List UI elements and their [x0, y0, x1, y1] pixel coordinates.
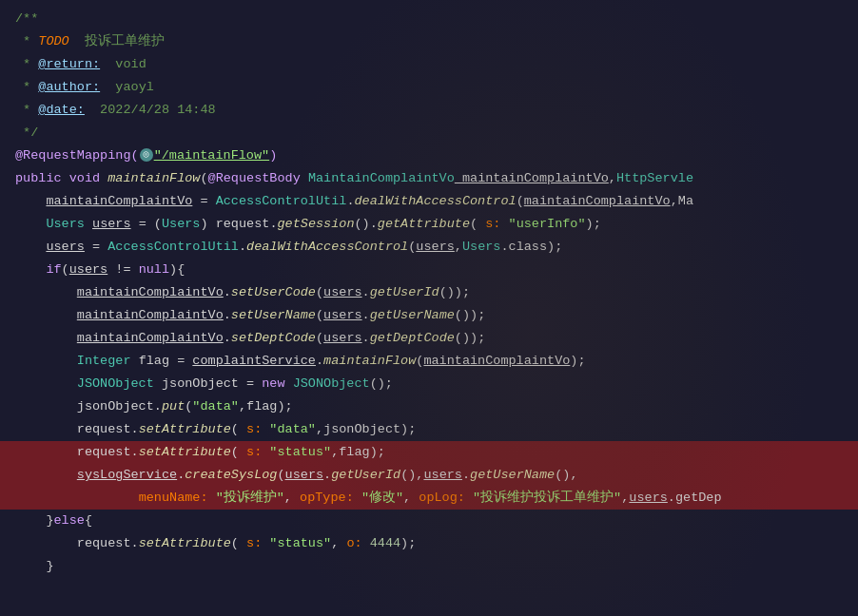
code-line-12: if(users != null){: [0, 259, 858, 281]
code-text: new: [262, 374, 292, 395]
code-text: .: [362, 282, 370, 303]
code-text: (: [416, 351, 423, 372]
code-text: Integer: [77, 351, 131, 372]
code-text: yaoyl: [100, 77, 154, 98]
code-text: [354, 488, 361, 509]
code-line-7: @RequestMapping(◎"/maintainFlow"): [0, 144, 858, 167]
code-text: ){: [169, 260, 185, 280]
code-line-24: request.setAttribute( s: "status", o: 44…: [0, 532, 858, 555]
code-text: jsonObject.: [15, 396, 162, 417]
code-text: 2022/4/28 14:48: [85, 100, 216, 121]
code-text: (: [62, 260, 69, 280]
code-text: request.: [15, 442, 139, 463]
code-text: getUserId: [370, 282, 439, 303]
code-text: users: [416, 237, 455, 258]
code-text: ,: [609, 168, 616, 189]
code-text: /**: [15, 9, 38, 29]
code-text: opType:: [300, 488, 354, 509]
code-text: .: [346, 191, 354, 212]
code-text: *: [15, 31, 38, 52]
code-text: maintainFlow: [107, 168, 200, 189]
code-text: ,flag);: [331, 442, 385, 463]
code-text: "修改": [361, 488, 403, 509]
code-text: (: [316, 305, 323, 326]
code-text: setAttribute: [139, 419, 231, 440]
code-text: [262, 419, 269, 440]
code-text: ());: [439, 282, 470, 303]
code-line-19: request.setAttribute( s: "data",jsonObje…: [0, 418, 858, 441]
code-text: s:: [485, 214, 500, 235]
code-text: users: [423, 465, 462, 486]
code-text: 投诉工单维护: [69, 31, 165, 52]
code-text: ());: [455, 305, 485, 326]
code-text: if: [46, 260, 61, 280]
code-text: sysLogService: [77, 465, 177, 486]
code-text: createSysLog: [185, 465, 277, 486]
code-line-13: maintainComplaintVo.setUserCode(users.ge…: [0, 281, 858, 304]
code-text: [85, 214, 92, 235]
code-text: [262, 442, 269, 463]
code-text: ): [269, 145, 277, 166]
code-text: maintainComplaintVo: [46, 191, 192, 212]
code-text: .: [462, 465, 470, 486]
code-text: = (: [131, 214, 162, 235]
code-text: (: [316, 282, 323, 303]
code-text: .: [323, 465, 331, 486]
code-text: "data": [269, 419, 316, 440]
code-text: .: [316, 351, 323, 372]
code-line-17: JSONObject jsonObject = new JSONObject()…: [0, 373, 858, 395]
code-text: [465, 488, 473, 509]
code-text: =: [192, 191, 215, 212]
code-text: public: [15, 168, 69, 189]
code-text: ,flag);: [239, 396, 293, 417]
code-text: setAttribute: [139, 533, 231, 554]
code-text: .: [177, 465, 185, 486]
code-text: request.: [15, 533, 139, 554]
code-text: void: [100, 54, 146, 75]
code-text: else: [54, 510, 85, 531]
code-text: .: [224, 282, 231, 303]
code-text: [15, 191, 46, 212]
code-text: "data": [192, 396, 239, 417]
code-text: complaintService: [192, 351, 316, 372]
code-text: [362, 533, 370, 554]
code-text: [15, 282, 77, 303]
code-text: @date:: [38, 100, 85, 121]
code-text: [15, 465, 77, 486]
code-text: [15, 260, 46, 280]
code-text: [15, 305, 77, 326]
code-text: maintainComplaintVo: [455, 168, 609, 189]
code-text: [208, 488, 216, 509]
code-text: setUserCode: [231, 282, 316, 303]
code-text: (: [231, 442, 246, 463]
code-line-1: /**: [0, 8, 858, 30]
code-text: maintainComplaintVo: [423, 351, 570, 372]
code-text: AccessControlUtil: [107, 237, 239, 258]
code-text: users: [69, 260, 108, 280]
code-text: [500, 214, 508, 235]
code-text: setAttribute: [139, 442, 231, 463]
code-line-9: maintainComplaintVo = AccessControlUtil.…: [0, 190, 858, 213]
code-line-15: maintainComplaintVo.setDeptCode(users.ge…: [0, 327, 858, 350]
code-text: JSONObject: [77, 374, 154, 395]
code-line-21: sysLogService.createSysLog(users.getUser…: [0, 464, 858, 487]
code-text: 4444: [370, 533, 400, 554]
code-line-2: * TODO 投诉工单维护: [0, 30, 858, 53]
code-text: (: [277, 465, 284, 486]
code-text: [15, 214, 46, 235]
code-text: dealWithAccessControl: [355, 191, 517, 212]
code-text: "投诉维护投诉工单维护": [473, 488, 621, 509]
code-text: [15, 328, 77, 349]
code-text: .getDep: [668, 488, 722, 509]
code-text: @RequestBody: [208, 168, 301, 189]
code-text: (: [185, 396, 192, 417]
code-text: MaintainComplaintVo: [308, 168, 455, 189]
code-text: "status": [269, 442, 331, 463]
code-text: ,Ma: [671, 191, 693, 212]
code-text: @RequestMapping(: [15, 145, 139, 166]
code-text: *: [15, 54, 38, 75]
code-text: s:: [246, 533, 262, 554]
code-text: maintainComplaintVo: [77, 282, 224, 303]
code-text: ,jsonObject);: [316, 419, 416, 440]
code-text: *: [15, 77, 38, 98]
